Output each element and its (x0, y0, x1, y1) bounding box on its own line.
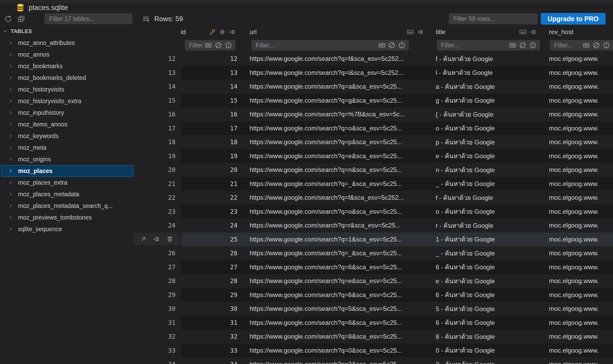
row-number[interactable]: 19 (154, 149, 181, 163)
cell-rev_host[interactable]: moc.elgoog.www. (547, 66, 613, 80)
cell-url[interactable]: https://www.google.com/search?q=6&sca_es… (242, 316, 434, 330)
cell-url[interactable]: https://www.google.com/search?q=0&sca_es… (242, 344, 434, 358)
cell-rev_host[interactable]: moc.elgoog.www. (547, 302, 613, 316)
pin-icon[interactable] (228, 28, 236, 36)
cell-rev_host[interactable]: moc.elgoog.www. (547, 357, 613, 364)
cell-url[interactable]: https://www.google.com/search?q=e&sca_es… (242, 149, 434, 163)
cell-url[interactable]: https://www.google.com/search?q=_&sca_es… (242, 177, 434, 191)
cell-url[interactable]: https://www.google.com/search?q=f&sca_es… (242, 191, 434, 205)
cell-url[interactable]: https://www.google.com/search?q=n&sca_es… (242, 163, 434, 177)
cell-url[interactable]: https://www.google.com/search?q=p&sca_es… (242, 135, 434, 149)
cell-title[interactable]: 1 - ค้นหาด้วย Google (434, 233, 547, 247)
null-icon[interactable] (519, 41, 527, 49)
equals-icon[interactable] (204, 41, 212, 49)
column-header-id[interactable]: id (181, 28, 242, 36)
refresh-icon[interactable] (4, 15, 12, 23)
cell-url[interactable]: https://www.google.com/search?q=a&sca_es… (242, 80, 434, 94)
sidebar-item-moz_places[interactable]: moz_places (1, 165, 133, 177)
column-header-url[interactable]: urlabc (242, 28, 434, 36)
cell-rev_host[interactable]: moc.elgoog.www. (547, 121, 613, 135)
sidebar-item-moz_keywords[interactable]: moz_keywords (0, 130, 154, 142)
null-icon[interactable] (214, 41, 222, 49)
sidebar-item-moz_inputhistory[interactable]: moz_inputhistory (0, 107, 154, 119)
cell-rev_host[interactable]: moc.elgoog.www. (547, 52, 613, 66)
cell-url[interactable]: https://www.google.com/search?q=e&sca_es… (242, 274, 434, 288)
cell-title[interactable]: e - ค้นหาด้วย Google (434, 274, 547, 288)
cell-rev_host[interactable]: moc.elgoog.www. (547, 288, 613, 302)
sidebar-item-moz_annos[interactable]: moz_annos (0, 49, 154, 60)
cell-id[interactable]: 21 (181, 177, 242, 191)
sidebar-item-moz_historyvisits[interactable]: moz_historyvisits (0, 84, 154, 95)
filter-input-title[interactable] (437, 42, 509, 49)
sidebar-item-moz_items_annos[interactable]: moz_items_annos (0, 119, 154, 130)
cell-rev_host[interactable]: moc.elgoog.www. (547, 316, 613, 330)
cell-rev_host[interactable]: moc.elgoog.www. (547, 260, 613, 274)
cell-url[interactable]: https://www.google.com/search?q=_&sca_es… (242, 246, 434, 260)
pin-icon[interactable] (529, 28, 537, 36)
cell-title[interactable]: 0 - ค้นหาด้วย Google (434, 344, 547, 358)
error-icon[interactable] (602, 41, 610, 49)
sidebar-item-moz_bookmarks[interactable]: moz_bookmarks (0, 60, 154, 72)
cell-rev_host[interactable]: moc.elgoog.www. (547, 233, 613, 247)
cell-id[interactable]: 27 (181, 260, 242, 274)
cell-rev_host[interactable]: moc.elgoog.www. (547, 149, 613, 163)
cell-title[interactable]: f - ค้นหาด้วย Google (434, 52, 547, 66)
cell-id[interactable]: 33 (181, 344, 242, 358)
error-icon[interactable] (529, 41, 537, 49)
cell-id[interactable]: 34 (181, 357, 242, 364)
cell-title[interactable]: o - ค้นหาด้วย Google (434, 205, 547, 219)
cell-url[interactable]: https://www.google.com/search?q=%7B&sca_… (242, 107, 434, 121)
filter-input-id[interactable] (185, 42, 204, 49)
cell-id[interactable]: 20 (181, 163, 242, 177)
row-number[interactable]: 15 (154, 94, 181, 108)
error-icon[interactable] (224, 41, 232, 49)
cell-id[interactable]: 29 (181, 288, 242, 302)
cell-title[interactable]: _ - ค้นหาด้วย Google (434, 246, 547, 260)
cell-url[interactable]: https://www.google.com/search?q=3&sca_es… (242, 357, 434, 364)
cell-title[interactable]: l - ค้นหาด้วย Google (434, 66, 547, 80)
sidebar-item-moz_historyvisits_extra[interactable]: moz_historyvisits_extra (0, 95, 154, 107)
cell-title[interactable]: 8 - ค้นหาด้วย Google (434, 330, 547, 344)
sidebar-item-moz_places_extra[interactable]: moz_places_extra (0, 177, 154, 188)
cell-rev_host[interactable]: moc.elgoog.www. (547, 94, 613, 108)
row-number[interactable]: 33 (154, 344, 181, 358)
sidebar-item-moz_places_metadata_search_q[interactable]: moz_places_metadata_search_q... (0, 200, 154, 212)
equals-icon[interactable] (582, 41, 590, 49)
cell-title[interactable]: o - ค้นหาด้วย Google (434, 121, 547, 135)
cell-rev_host[interactable]: moc.elgoog.www. (547, 219, 613, 233)
row-number[interactable]: 14 (154, 80, 181, 94)
cell-rev_host[interactable]: moc.elgoog.www. (547, 191, 613, 205)
cell-rev_host[interactable]: moc.elgoog.www. (547, 246, 613, 260)
cell-id[interactable]: 12 (181, 52, 242, 66)
cell-title[interactable]: 6 - ค้นหาด้วย Google (434, 260, 547, 274)
row-number[interactable]: 20 (154, 163, 181, 177)
cell-url[interactable]: https://www.google.com/search?q=8&sca_es… (242, 330, 434, 344)
error-icon[interactable] (398, 41, 406, 49)
tables-section-header[interactable]: TABLES (0, 25, 154, 37)
cell-title[interactable]: 6 - ค้นหาด้วย Google (434, 316, 547, 330)
filter-input-rev_host[interactable] (550, 42, 582, 49)
pin-icon[interactable] (417, 28, 424, 36)
row-number[interactable]: 13 (154, 66, 181, 80)
equals-icon[interactable] (509, 41, 517, 49)
cell-id[interactable]: 22 (181, 191, 242, 205)
rows-filter-input[interactable] (449, 13, 538, 24)
row-number[interactable]: 32 (154, 330, 181, 344)
cell-id[interactable]: 26 (181, 246, 242, 260)
cell-rev_host[interactable]: moc.elgoog.www. (547, 135, 613, 149)
sidebar-item-moz_meta[interactable]: moz_meta (0, 142, 154, 153)
cell-rev_host[interactable]: moc.elgoog.www. (547, 274, 613, 288)
cell-rev_host[interactable]: moc.elgoog.www. (547, 344, 613, 358)
cell-id[interactable]: 18 (181, 135, 242, 149)
row-number[interactable]: 28 (154, 274, 181, 288)
row-number[interactable]: 31 (154, 316, 181, 330)
row-number[interactable]: 34 (154, 357, 181, 364)
cell-rev_host[interactable]: moc.elgoog.www. (547, 330, 613, 344)
cell-title[interactable]: p - ค้นหาด้วย Google (434, 135, 547, 149)
null-icon[interactable] (388, 41, 396, 49)
open-icon[interactable] (140, 235, 147, 243)
trash-icon[interactable] (166, 235, 173, 243)
cell-title[interactable]: 5 - ค้นหาด้วย Google (434, 302, 547, 316)
cell-url[interactable]: https://www.google.com/search?q=g&sca_es… (242, 94, 434, 108)
cell-rev_host[interactable]: moc.elgoog.www. (547, 177, 613, 191)
